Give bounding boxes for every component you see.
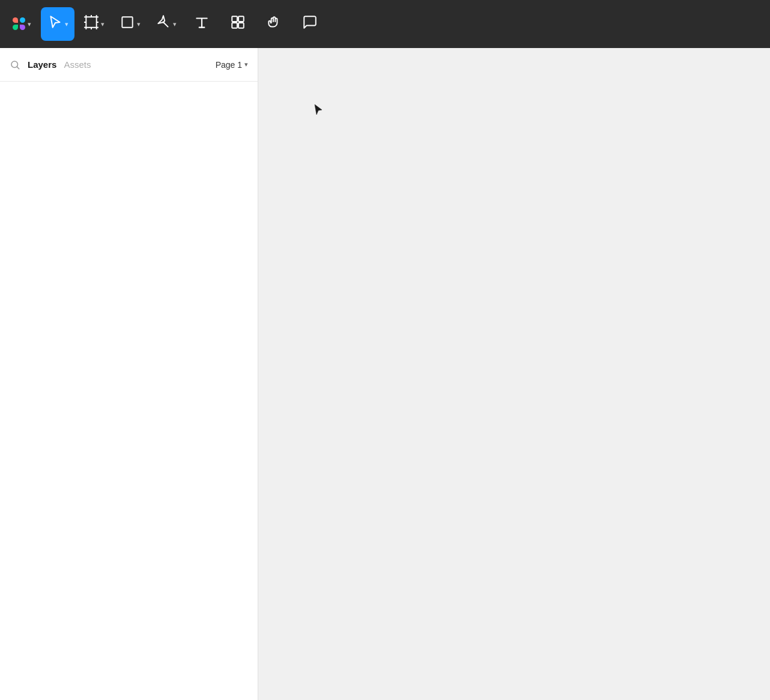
cursor-indicator — [312, 103, 324, 118]
svg-rect-18 — [238, 23, 244, 28]
svg-point-14 — [162, 21, 164, 23]
layers-panel-content — [0, 82, 258, 700]
svg-rect-13 — [122, 17, 132, 27]
page-selector[interactable]: Page 1 ▾ — [216, 60, 248, 70]
frame-tool-button[interactable]: ▾ — [77, 7, 111, 41]
svg-line-20 — [17, 67, 19, 68]
hand-icon — [266, 14, 282, 34]
canvas-area[interactable] — [258, 48, 770, 700]
frame-chevron-icon: ▾ — [101, 20, 105, 28]
logo-icon — [13, 17, 26, 31]
components-tool-button[interactable] — [221, 7, 255, 41]
text-icon — [194, 14, 210, 34]
shape-icon — [120, 14, 135, 34]
pen-chevron-icon: ▾ — [173, 20, 177, 28]
main-layout: Layers Assets Page 1 ▾ — [0, 48, 770, 700]
pen-icon — [156, 14, 171, 34]
text-tool-button[interactable] — [185, 7, 219, 41]
svg-rect-15 — [232, 16, 237, 22]
svg-rect-16 — [238, 16, 244, 22]
pen-tool-button[interactable]: ▾ — [149, 7, 183, 41]
hand-tool-button[interactable] — [257, 7, 291, 41]
svg-rect-0 — [86, 17, 96, 27]
frame-icon — [83, 14, 99, 34]
select-icon — [47, 14, 63, 34]
tab-assets[interactable]: Assets — [64, 57, 91, 72]
logo-chevron-icon: ▾ — [28, 20, 31, 28]
page-selector-label: Page 1 — [216, 60, 242, 70]
svg-rect-17 — [232, 23, 237, 28]
comment-tool-button[interactable] — [293, 7, 327, 41]
shape-chevron-icon: ▾ — [137, 20, 141, 28]
comment-icon — [302, 14, 318, 34]
toolbar: ▾ ▾ — [0, 0, 770, 48]
components-icon — [230, 14, 246, 34]
left-panel: Layers Assets Page 1 ▾ — [0, 48, 258, 700]
select-tool-button[interactable]: ▾ — [41, 7, 74, 41]
search-button[interactable] — [10, 59, 20, 70]
tab-layers[interactable]: Layers — [28, 57, 56, 72]
panel-header: Layers Assets Page 1 ▾ — [0, 48, 258, 82]
logo-button[interactable]: ▾ — [5, 7, 38, 41]
shape-tool-button[interactable]: ▾ — [113, 7, 147, 41]
select-chevron-icon: ▾ — [65, 20, 68, 28]
page-selector-chevron-icon: ▾ — [244, 61, 248, 68]
